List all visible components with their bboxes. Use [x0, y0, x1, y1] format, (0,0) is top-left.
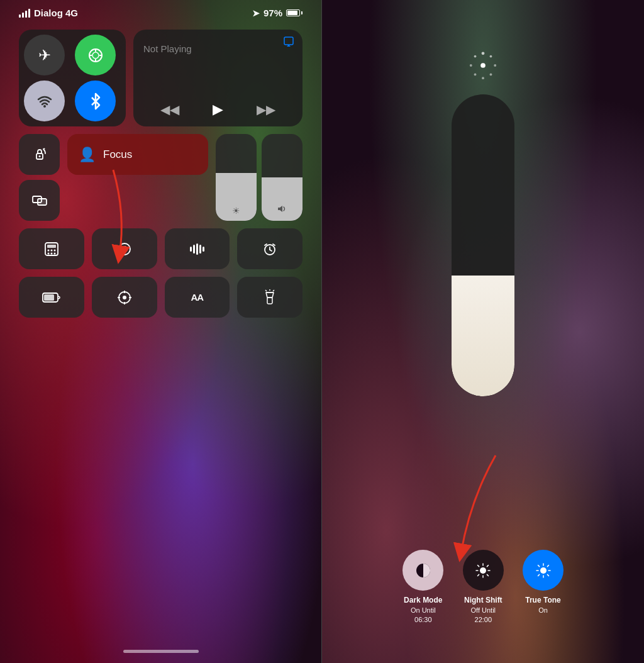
brightness-slider[interactable]: ☀ [216, 134, 257, 221]
battery-fill [287, 11, 297, 15]
focus-icon: 👤 [79, 147, 96, 163]
large-brightness-slider[interactable] [452, 94, 514, 396]
icon-grid-row2: AA [19, 277, 303, 318]
brightness-fill: ☀ [216, 173, 257, 221]
screen-mirror-button[interactable] [19, 180, 60, 221]
svg-point-15 [53, 249, 55, 251]
svg-rect-24 [199, 245, 201, 254]
svg-line-62 [487, 565, 489, 566]
svg-line-42 [265, 290, 267, 291]
svg-point-6 [43, 105, 46, 108]
bluetooth-button[interactable] [75, 81, 116, 121]
signal-bars [19, 9, 30, 18]
svg-point-46 [490, 55, 492, 58]
svg-line-28 [270, 250, 272, 251]
true-tone-option[interactable]: True ToneOn [523, 550, 564, 615]
svg-point-54 [480, 567, 486, 574]
play-button[interactable]: ▶ [213, 101, 223, 118]
dark-mode-option[interactable]: Dark ModeOn Until 06:30 [402, 550, 444, 625]
svg-point-8 [38, 155, 40, 157]
svg-point-52 [474, 55, 477, 58]
airplane-mode-button[interactable]: ✈ [24, 35, 65, 75]
svg-point-45 [482, 52, 485, 55]
display-options: Dark ModeOn Until 06:30 Night ShiftO [402, 550, 564, 625]
brightness-slider-icon: ☀ [232, 206, 240, 216]
text-size-button[interactable]: AA [165, 277, 230, 318]
second-row: 👤 Focus ☀ [19, 134, 303, 221]
svg-point-48 [490, 73, 492, 75]
svg-rect-32 [44, 294, 54, 301]
media-title: Not Playing [143, 43, 292, 54]
svg-line-71 [547, 565, 548, 566]
dark-mode-label: Dark ModeOn Until 06:30 [402, 596, 444, 625]
svg-line-30 [273, 244, 275, 245]
svg-rect-21 [190, 247, 192, 252]
signal-bar-4 [28, 9, 30, 18]
svg-rect-25 [203, 247, 204, 252]
alarm-button[interactable] [237, 228, 303, 269]
svg-line-68 [538, 565, 539, 566]
svg-line-60 [487, 574, 489, 576]
location-icon: ➤ [252, 8, 260, 18]
true-tone-button[interactable] [523, 550, 564, 591]
battery-tip [301, 11, 303, 14]
guided-access-button[interactable] [92, 277, 157, 318]
right-panel: Dark ModeOn Until 06:30 Night ShiftO [322, 0, 644, 663]
cellular-button[interactable] [75, 35, 116, 75]
airplay-icon[interactable] [282, 36, 295, 50]
signal-bar-2 [22, 13, 24, 18]
svg-point-47 [494, 64, 496, 67]
top-row: ✈ [19, 30, 303, 126]
night-shift-option[interactable]: Night ShiftOff Until 22:00 [463, 550, 504, 625]
volume-fill [262, 177, 303, 221]
rotation-lock-button[interactable] [19, 134, 60, 175]
large-slider-track [452, 94, 514, 396]
night-shift-button[interactable] [463, 550, 504, 591]
battery-body [286, 9, 300, 16]
sliders-column: ☀ [216, 134, 303, 221]
fast-forward-button[interactable]: ▶▶ [257, 102, 275, 117]
flashlight-button[interactable] [237, 277, 303, 318]
status-bar: Dialog 4G ➤ 97% [0, 0, 321, 23]
volume-slider[interactable] [262, 134, 303, 221]
connectivity-grid: ✈ [19, 30, 126, 126]
night-shift-label: Night ShiftOff Until 22:00 [463, 596, 504, 625]
svg-point-14 [50, 249, 52, 251]
focus-button[interactable]: 👤 Focus [67, 134, 208, 175]
media-controls: ◀◀ ▶ ▶▶ [143, 101, 292, 118]
svg-line-69 [547, 574, 548, 576]
media-player: Not Playing ◀◀ ▶ ▶▶ [133, 30, 303, 126]
svg-rect-22 [193, 245, 195, 254]
svg-line-70 [538, 574, 539, 576]
svg-line-29 [265, 244, 267, 245]
svg-point-13 [47, 249, 49, 251]
svg-rect-23 [196, 243, 198, 255]
svg-line-61 [478, 574, 479, 576]
true-tone-label: True ToneOn [525, 596, 560, 615]
svg-point-49 [482, 77, 484, 79]
wifi-button[interactable] [24, 81, 65, 121]
svg-rect-10 [38, 199, 47, 205]
svg-rect-12 [47, 245, 56, 248]
status-left: Dialog 4G [19, 8, 78, 18]
svg-point-1 [92, 52, 99, 58]
rewind-button[interactable]: ◀◀ [160, 102, 179, 117]
text-size-label: AA [191, 292, 204, 303]
svg-point-17 [50, 252, 52, 254]
battery-percentage: 97% [264, 8, 282, 18]
dark-mode-button[interactable] [402, 550, 443, 591]
low-power-button[interactable] [19, 277, 84, 318]
calculator-button[interactable] [19, 228, 84, 269]
large-slider-fill [452, 276, 514, 396]
status-right: ➤ 97% [252, 8, 303, 18]
signal-bar-3 [25, 11, 27, 18]
sound-recognition-button[interactable] [165, 228, 230, 269]
ring-svg [468, 50, 498, 81]
svg-point-63 [540, 567, 547, 574]
icon-grid-row1 [19, 228, 303, 269]
svg-point-51 [470, 64, 472, 67]
small-buttons-column [19, 134, 60, 221]
screen-record-button[interactable] [92, 228, 157, 269]
brightness-indicator [468, 50, 498, 81]
svg-point-20 [121, 246, 128, 252]
